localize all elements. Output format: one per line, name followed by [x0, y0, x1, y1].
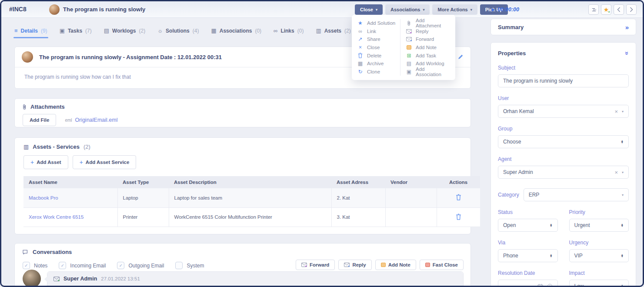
- urgency-select[interactable]: VIP ▲▼: [569, 249, 629, 262]
- tab-associations[interactable]: ▦ Associations(0): [211, 27, 261, 34]
- priority-select[interactable]: Urgent ▲▼: [569, 219, 629, 232]
- associations-button[interactable]: Associations▾: [385, 4, 430, 15]
- menu-item-link[interactable]: ∞ Link: [357, 27, 397, 36]
- reply-button[interactable]: Reply: [338, 260, 371, 270]
- via-select[interactable]: Phone ▲▼: [498, 249, 558, 262]
- tab-solutions[interactable]: ☼ Solutions(4): [157, 27, 199, 34]
- forward-button[interactable]: Forward: [296, 260, 335, 270]
- menu-item-archive[interactable]: ▦ Archive: [357, 60, 397, 68]
- plus-icon: +: [80, 159, 83, 166]
- delete-asset-button[interactable]: [456, 194, 461, 200]
- add-asset-service-button[interactable]: + Add Asset Service: [73, 155, 137, 169]
- tab-assets[interactable]: ▥ Assets(2): [316, 27, 350, 34]
- filter-incoming-email: ✓ Incoming Email: [59, 262, 106, 269]
- document-icon: ▥: [23, 144, 29, 150]
- more-actions-button[interactable]: More Actions▾: [432, 4, 477, 15]
- menu-item-reply[interactable]: Reply: [406, 27, 450, 36]
- favorite-button[interactable]: ★ +: [601, 4, 611, 15]
- asset-name-link[interactable]: Xerox Work Centre 6515: [23, 207, 117, 227]
- add-asset-button[interactable]: + Add Asset: [23, 155, 68, 169]
- menu-item-share[interactable]: ↗ Share: [357, 35, 397, 43]
- checkbox-checked[interactable]: ✓: [117, 262, 124, 269]
- add-note-button[interactable]: Add Note: [375, 260, 416, 270]
- avatar: [49, 4, 60, 15]
- chevron-down-icon: ▾: [622, 170, 624, 174]
- plus-icon: +: [30, 159, 34, 166]
- speech-bubble-icon: [23, 250, 29, 255]
- menu-item-add-association[interactable]: ▣ Add Association: [406, 68, 450, 76]
- category-select[interactable]: ERP ▾: [524, 188, 629, 201]
- expand-panel-button[interactable]: »: [625, 23, 629, 31]
- menu-item-add-solution[interactable]: ★ Add Solution: [357, 19, 397, 27]
- asset-name-link[interactable]: Macbook Pro: [23, 188, 117, 207]
- paperclip-icon: [23, 104, 27, 110]
- note-icon: [406, 45, 412, 50]
- menu-item-forward[interactable]: Forward: [406, 35, 450, 43]
- group-label: Group: [498, 126, 629, 132]
- clear-icon[interactable]: ×: [614, 108, 618, 115]
- status-label: Status: [498, 209, 558, 215]
- stepper-icon: ▲▼: [550, 224, 552, 227]
- checkbox-unchecked[interactable]: [175, 262, 183, 269]
- attachment-file-link[interactable]: OriginalEmail.eml: [75, 117, 118, 123]
- filter-notes: ✓ Notes: [23, 262, 47, 269]
- assets-title: Assets - Services: [33, 144, 80, 150]
- actions-dropdown-menu: ★ Add Solution ∞ Link ↗ Share × Close De…: [352, 15, 455, 80]
- subject-input[interactable]: The program is running slowly: [498, 74, 629, 87]
- group-select[interactable]: Choose ▲▼: [498, 135, 629, 148]
- pin-button[interactable]: [588, 4, 599, 15]
- tasks-icon: ▣: [60, 27, 65, 34]
- stepper-icon: ▲▼: [550, 254, 552, 258]
- menu-item-clone[interactable]: ↻ Clone: [357, 68, 397, 76]
- checkbox-checked[interactable]: ✓: [59, 262, 66, 269]
- collapse-properties-button[interactable]: »: [623, 51, 631, 55]
- attachments-card: Attachments Add File eml OriginalEmail.e…: [14, 98, 471, 127]
- avatar: [22, 51, 33, 63]
- prev-ticket-button[interactable]: [614, 4, 624, 15]
- clear-icon[interactable]: ×: [614, 169, 618, 176]
- table-row: Macbook Pro Laptop Laptop for sales team…: [23, 188, 480, 207]
- add-file-button[interactable]: Add File: [23, 114, 56, 126]
- next-ticket-button[interactable]: [626, 4, 637, 15]
- menu-item-delete[interactable]: Delete: [357, 51, 397, 60]
- category-label: Category: [498, 192, 519, 198]
- checkbox-checked[interactable]: ✓: [23, 262, 30, 269]
- tab-details[interactable]: ≡ Details(9): [14, 27, 47, 34]
- stepper-icon: ▲▼: [621, 140, 624, 144]
- forward-envelope-icon: [406, 37, 412, 41]
- tab-links[interactable]: ∞ Links(0): [274, 27, 304, 34]
- urgency-label: Urgency: [569, 240, 629, 246]
- tab-worklogs[interactable]: ▤ Worklogs(2): [104, 27, 145, 34]
- impact-label: Impact: [569, 270, 629, 276]
- message-author: Super Admin: [63, 276, 97, 282]
- resolution-date-input[interactable]: [498, 280, 558, 287]
- conversations-title: Conversations: [33, 249, 72, 255]
- trash-icon: [456, 194, 461, 200]
- agent-select[interactable]: Super Admin × ▾: [498, 166, 629, 179]
- stepper-icon: ▲▼: [621, 224, 624, 227]
- association-icon: ▦: [211, 27, 216, 34]
- close-button[interactable]: Close▾: [355, 4, 383, 15]
- archive-icon: ▦: [357, 61, 364, 66]
- delete-asset-button[interactable]: [456, 214, 461, 220]
- menu-item-add-task[interactable]: ⊞ Add Task: [406, 51, 450, 60]
- assets-count: (2): [83, 144, 90, 150]
- resolution-date-label: Resolution Date: [498, 270, 558, 276]
- sla-timer: ▶ 00:00:00: [492, 7, 519, 13]
- user-select[interactable]: Orhan Kemal × ▾: [498, 105, 629, 118]
- pencil-icon: [457, 54, 464, 60]
- fast-close-icon: [425, 263, 430, 267]
- menu-item-add-attachment[interactable]: Add Attachment: [406, 19, 450, 27]
- task-icon: ⊞: [406, 53, 412, 58]
- filter-system: System: [175, 262, 204, 269]
- summary-title: Summary: [498, 24, 524, 30]
- chevron-down-icon: ▾: [622, 193, 624, 197]
- tab-tasks[interactable]: ▣ Tasks(7): [60, 27, 92, 34]
- impact-select[interactable]: Low ▲▼: [569, 280, 629, 287]
- status-select[interactable]: Open ▲▼: [498, 219, 558, 232]
- fast-close-button[interactable]: Fast Close: [420, 260, 464, 270]
- menu-item-add-note[interactable]: Add Note: [406, 43, 450, 52]
- chevron-right-icon: [630, 7, 633, 12]
- attachments-title: Attachments: [30, 103, 65, 110]
- menu-item-close[interactable]: × Close: [357, 43, 397, 52]
